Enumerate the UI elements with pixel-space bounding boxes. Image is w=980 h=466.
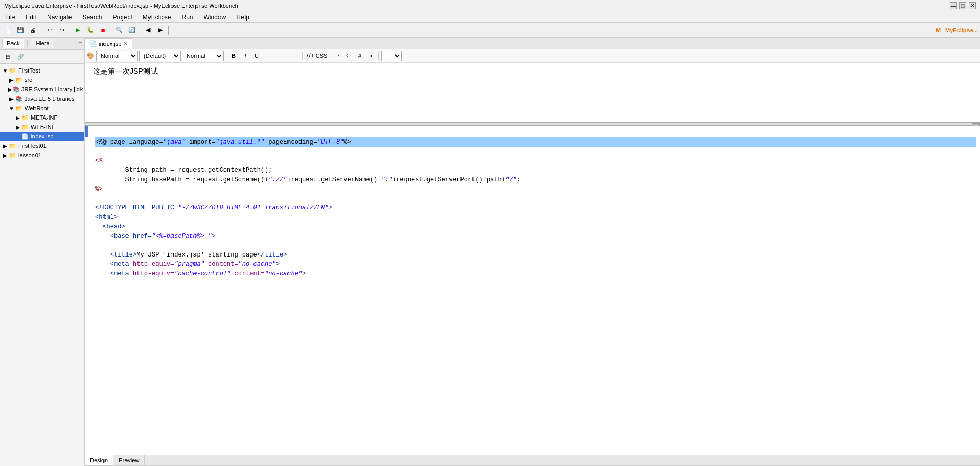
javaee-icon: 📚 xyxy=(15,95,23,103)
expand-src[interactable]: ▶ xyxy=(8,77,15,83)
indent-btn[interactable]: ⇒ xyxy=(331,51,342,61)
minimize-btn[interactable]: — xyxy=(950,2,957,9)
expand-javaee[interactable]: ▶ xyxy=(8,96,15,102)
rich-sep2 xyxy=(264,52,264,60)
style-dropdown[interactable]: Normal Heading 1 Heading 2 xyxy=(96,51,138,61)
debug-btn[interactable]: 🐛 xyxy=(85,25,96,36)
tree-item-jre[interactable]: ▶ 📚 JRE System Library [jdk xyxy=(0,85,84,94)
sidebar-tree: ▼ 📁 FirstTest ▶ 📂 src ▶ 📚 JRE System Lib… xyxy=(0,64,84,466)
preview-tab[interactable]: Preview xyxy=(113,455,145,465)
jsp-icon: 📄 xyxy=(21,132,29,141)
font-size-dropdown[interactable] xyxy=(381,51,402,61)
sidebar-maximize-icon[interactable]: □ xyxy=(79,41,82,46)
tree-item-src[interactable]: ▶ 📂 src xyxy=(0,75,84,85)
main-toolbar: 📄 💾 🖨 ↩ ↪ ▶ 🐛 ■ 🔍 🔄 ◀ ▶ M MyEclipse... xyxy=(0,23,980,38)
stop-btn[interactable]: ■ xyxy=(97,25,109,36)
collapse-all-btn[interactable]: ⊟ xyxy=(2,51,14,62)
search-btn[interactable]: 🔍 xyxy=(113,25,125,36)
rich-sep4 xyxy=(329,52,329,60)
editor-tab-close[interactable]: ✕ xyxy=(123,41,128,46)
design-tab[interactable]: Design xyxy=(85,455,113,465)
tree-item-meta-inf[interactable]: ▶ 📁 META-INF xyxy=(0,113,84,122)
firsttest01-icon: 📁 xyxy=(8,142,17,150)
menu-help[interactable]: Help xyxy=(233,13,252,22)
title-text: MyEclipse Java Enterprise - FirstTest/We… xyxy=(4,3,238,9)
menu-navigate[interactable]: Navigate xyxy=(44,13,75,22)
tree-label-javaee: Java EE 5 Libraries xyxy=(25,96,74,102)
sidebar-toolbar: ⊟ 🔗 xyxy=(0,50,84,64)
sep2 xyxy=(70,26,70,35)
sep4 xyxy=(140,26,140,35)
tree-item-index-jsp[interactable]: 📄 index.jsp xyxy=(0,132,84,141)
new-btn[interactable]: 📄 xyxy=(2,25,14,36)
expand-jre[interactable]: ▶ xyxy=(8,87,13,92)
sidebar-header: Pack Hiera — □ xyxy=(0,38,84,50)
undo-btn[interactable]: ↩ xyxy=(43,25,55,36)
bold-btn[interactable]: B xyxy=(228,51,239,61)
title-bar: MyEclipse Java Enterprise - FirstTest/We… xyxy=(0,0,980,11)
menu-search[interactable]: Search xyxy=(79,13,105,22)
run-btn[interactable]: ▶ xyxy=(72,25,84,36)
menu-myeclipse[interactable]: MyEclipse xyxy=(140,13,175,22)
tree-item-lesson01[interactable]: ▶ 📁 lesson01 xyxy=(0,150,84,160)
menu-file[interactable]: File xyxy=(2,13,18,22)
italic-btn[interactable]: I xyxy=(240,51,250,61)
project-icon: 📁 xyxy=(8,66,17,75)
src-icon: 📂 xyxy=(15,76,23,84)
align-center-btn[interactable]: ≡ xyxy=(278,51,289,61)
lesson01-icon: 📁 xyxy=(8,151,17,159)
refresh-btn[interactable]: 🔄 xyxy=(126,25,137,36)
rich-sep3 xyxy=(302,52,303,60)
align-right-btn[interactable]: ≡ xyxy=(290,51,300,61)
editor-tab-index-jsp[interactable]: 📄 index.jsp ✕ xyxy=(85,38,132,49)
tree-label-lesson01: lesson01 xyxy=(18,152,41,158)
meta-inf-icon: 📁 xyxy=(21,113,29,122)
format-dropdown[interactable]: Normal Preformatted xyxy=(182,51,224,61)
tree-item-webroot[interactable]: ▼ 📂 WebRoot xyxy=(0,103,84,113)
ul-btn[interactable]: • xyxy=(366,51,376,61)
source-btn[interactable]: ⟨/⟩ xyxy=(305,51,315,61)
tree-label-web-inf: WEB-INF xyxy=(31,124,55,130)
expand-firsttest01[interactable]: ▶ xyxy=(2,143,8,149)
prev-btn[interactable]: ◀ xyxy=(142,25,154,36)
myeclipse-icon: M xyxy=(932,25,944,36)
default-dropdown[interactable]: (Default) xyxy=(139,51,181,61)
link-editor-btn[interactable]: 🔗 xyxy=(15,51,26,62)
redo-btn[interactable]: ↪ xyxy=(56,25,67,36)
expand-lesson01[interactable]: ▶ xyxy=(2,153,8,158)
menu-project[interactable]: Project xyxy=(109,13,135,22)
tree-item-web-inf[interactable]: ▶ 📁 WEB-INF xyxy=(0,122,84,132)
close-btn[interactable]: ✕ xyxy=(969,2,976,9)
code-editor-area[interactable]: <%@ page language="java" import="java.ut… xyxy=(85,126,980,455)
tree-item-javaee[interactable]: ▶ 📚 Java EE 5 Libraries xyxy=(0,94,84,103)
expand-web-inf[interactable]: ▶ xyxy=(15,124,21,130)
ol-btn[interactable]: # xyxy=(354,51,365,61)
tree-label-src: src xyxy=(25,77,32,83)
jre-icon: 📚 xyxy=(13,85,20,94)
css-btn[interactable]: CSS xyxy=(316,51,327,61)
editor-tab-icon: 📄 xyxy=(89,40,97,47)
align-left-btn[interactable]: ≡ xyxy=(267,51,277,61)
underline-btn[interactable]: U xyxy=(251,51,262,61)
expand-firsttest[interactable]: ▼ xyxy=(2,68,8,74)
tree-item-firsttest[interactable]: ▼ 📁 FirstTest xyxy=(0,66,84,75)
expand-webroot[interactable]: ▼ xyxy=(8,106,15,111)
menu-window[interactable]: Window xyxy=(201,13,229,22)
maximize-btn[interactable]: □ xyxy=(959,2,966,9)
sidebar-minimize-icon[interactable]: — xyxy=(71,41,76,46)
tree-item-firsttest01[interactable]: ▶ 📁 FirstTest01 xyxy=(0,141,84,150)
sidebar-tab-hiera[interactable]: Hiera xyxy=(31,39,54,48)
webroot-icon: 📂 xyxy=(15,104,23,112)
visual-editor-area[interactable]: 这是第一次JSP测试 xyxy=(85,63,980,123)
sep3 xyxy=(111,26,111,35)
save-btn[interactable]: 💾 xyxy=(15,25,26,36)
expand-meta-inf[interactable]: ▶ xyxy=(15,115,21,121)
visual-content-text: 这是第一次JSP测试 xyxy=(93,67,158,75)
sidebar-tab-pack[interactable]: Pack xyxy=(2,39,24,48)
next-btn[interactable]: ▶ xyxy=(155,25,166,36)
outdent-btn[interactable]: ⇐ xyxy=(343,51,353,61)
print-btn[interactable]: 🖨 xyxy=(27,25,39,36)
menu-edit[interactable]: Edit xyxy=(22,13,40,22)
design-tabs: Design Preview xyxy=(85,455,980,466)
menu-run[interactable]: Run xyxy=(178,13,196,22)
